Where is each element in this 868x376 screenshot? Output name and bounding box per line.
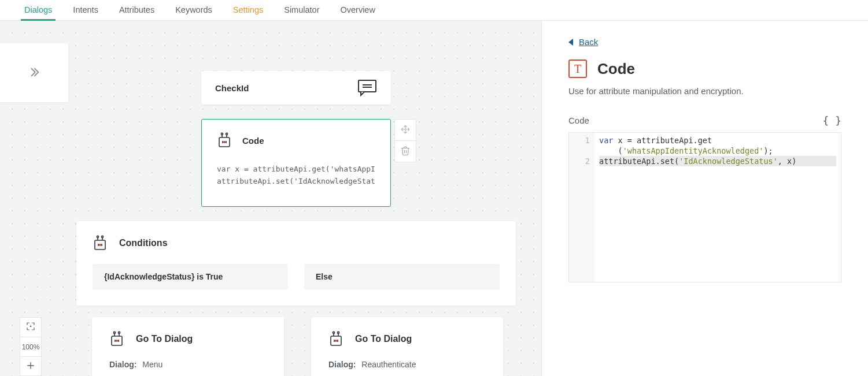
trash-icon: [400, 146, 411, 158]
svg-point-3: [221, 133, 223, 135]
code-editor[interactable]: 1 2 var x = attributeApi.get ('whatsAppI…: [568, 132, 841, 282]
bot-icon: [93, 235, 108, 251]
tab-attributes[interactable]: Attributes: [119, 1, 154, 20]
condition-branch-true[interactable]: {IdAcknowledgeStatus} is True: [93, 264, 288, 289]
svg-point-22: [118, 332, 120, 333]
goto-dialog-node-reauth[interactable]: Go To Dialog Dialog: Reauthenticate: [311, 317, 503, 376]
svg-point-30: [333, 332, 334, 333]
add-node-button[interactable]: [20, 356, 42, 376]
code-preview: var x = attributeApi.get('whatsAppId att…: [217, 163, 375, 188]
insert-attribute-button[interactable]: { }: [822, 114, 841, 126]
svg-point-13: [101, 236, 103, 237]
conditions-title: Conditions: [119, 238, 168, 248]
chat-message-icon: [357, 79, 377, 96]
dialog-canvas[interactable]: CheckId Code var x = attributeApi.get('w…: [0, 21, 541, 376]
svg-rect-0: [359, 80, 376, 92]
tab-keywords[interactable]: Keywords: [175, 1, 212, 20]
panel-description: Use for attribute manipulation and encry…: [568, 86, 841, 96]
tab-overview[interactable]: Overview: [340, 1, 375, 20]
canvas-tools: 100%: [20, 317, 42, 376]
svg-point-31: [337, 332, 339, 333]
tab-dialogs[interactable]: Dialogs: [24, 1, 52, 20]
tab-simulator[interactable]: Simulator: [284, 1, 319, 20]
bot-icon: [328, 331, 343, 347]
delete-node-button[interactable]: [394, 140, 416, 162]
zoom-level[interactable]: 100%: [20, 337, 42, 356]
code-field-label: Code: [568, 116, 589, 125]
tab-settings[interactable]: Settings: [233, 1, 263, 20]
fit-view-button[interactable]: [20, 317, 42, 337]
svg-point-39: [30, 326, 32, 327]
svg-point-21: [113, 332, 115, 333]
goto-value: Menu: [142, 360, 162, 369]
bot-icon: [217, 132, 232, 148]
goto-value: Reauthenticate: [361, 360, 416, 369]
sidebar-expand-button[interactable]: [0, 43, 68, 102]
svg-point-12: [97, 236, 98, 237]
svg-point-4: [226, 133, 227, 135]
back-button[interactable]: Back: [568, 37, 598, 47]
bot-icon: [109, 331, 124, 347]
tab-intents[interactable]: Intents: [73, 1, 98, 20]
goto-key: Dialog:: [109, 360, 136, 369]
move-node-button[interactable]: [394, 119, 416, 141]
plus-icon: [26, 361, 35, 372]
dialog-title: CheckId: [215, 83, 249, 93]
code-node-title: Code: [242, 136, 264, 146]
goto-dialog-node-menu[interactable]: Go To Dialog Dialog: Menu: [92, 317, 284, 376]
focus-icon: [26, 322, 35, 333]
triangle-left-icon: [568, 39, 573, 46]
move-icon: [400, 124, 411, 136]
code-node-toolbar: [394, 119, 416, 162]
condition-branch-else[interactable]: Else: [304, 264, 500, 289]
code-node[interactable]: Code var x = attributeApi.get('whatsAppI…: [201, 119, 391, 207]
conditions-node[interactable]: Conditions {IdAcknowledgeStatus} is True…: [76, 221, 516, 306]
goto-title: Go To Dialog: [136, 334, 193, 344]
node-details-panel: Back T Code Use for attribute manipulati…: [541, 21, 868, 376]
line-gutter: 1 2: [569, 133, 594, 282]
goto-key: Dialog:: [328, 360, 356, 369]
code-body[interactable]: var x = attributeApi.get ('whatsAppIdent…: [594, 133, 841, 282]
chevron-double-right-icon: [28, 66, 40, 80]
goto-title: Go To Dialog: [355, 334, 412, 344]
dialog-header-node[interactable]: CheckId: [201, 71, 391, 105]
panel-title: Code: [597, 60, 635, 78]
back-label: Back: [579, 37, 598, 47]
top-tabs: Dialogs Intents Attributes Keywords Sett…: [0, 0, 868, 21]
type-t-icon: T: [568, 59, 587, 78]
